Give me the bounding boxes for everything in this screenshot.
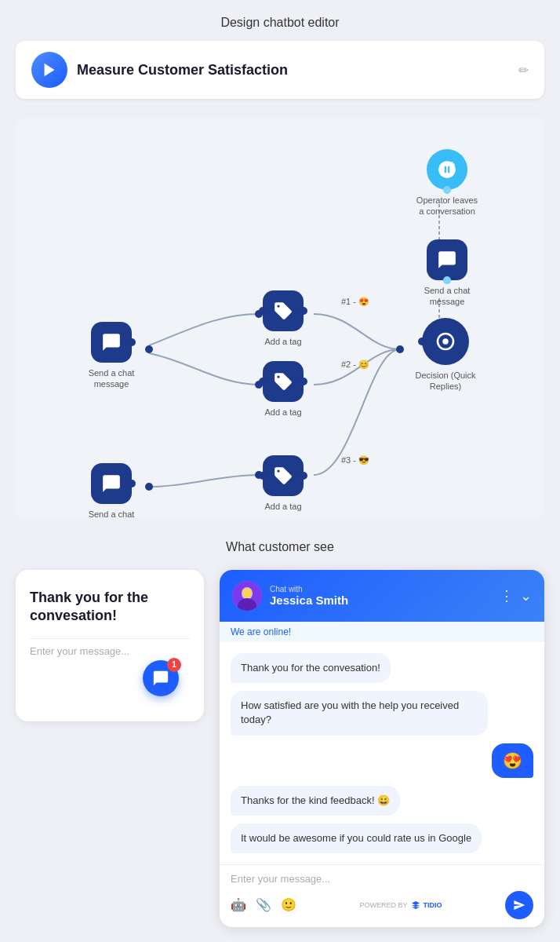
msg-1: Thank you for the convesation! — [231, 653, 391, 683]
node-add-tag-1-label: Add a tag — [264, 336, 301, 347]
flow-canvas: #1 - 😍 #2 - 😊 #3 - 😎 Operator leaves a c… — [16, 118, 544, 518]
chat-minimize-icon[interactable]: ⌄ — [520, 587, 532, 604]
svg-point-8 — [145, 483, 153, 491]
send-button[interactable] — [505, 891, 533, 919]
powered-by-text: POWERED BY — [359, 901, 407, 909]
msg-5: It would be awesome if you could rate us… — [231, 823, 482, 853]
node-decision[interactable]: Decision (Quick Replies) — [414, 318, 477, 392]
chat-avatar — [232, 581, 262, 611]
chat-more-icon[interactable]: ⋮ — [500, 587, 514, 604]
chat-left-title: Thank you for the convesation! — [30, 589, 190, 626]
attachment-icon[interactable]: 📎 — [256, 897, 271, 912]
node-add-tag-1[interactable]: Add a tag — [263, 290, 304, 347]
chat-action-icons: 🤖 📎 🙂 — [231, 897, 296, 912]
node-send-chat-1[interactable]: Send a chat message — [416, 239, 478, 308]
node-operator[interactable]: Operator leaves a conversation — [416, 149, 478, 217]
chat-header: Chat with Jessica Smith ⋮ ⌄ — [220, 570, 544, 622]
node-send-chat-3[interactable]: Send a chat message — [80, 463, 143, 518]
chat-left-input[interactable]: Enter your message... — [30, 638, 190, 663]
customer-section: Thank you for the convesation! Enter you… — [0, 570, 560, 942]
chat-right-window: Chat with Jessica Smith ⋮ ⌄ We are onlin… — [220, 570, 544, 927]
svg-point-6 — [396, 345, 404, 353]
section-title: What customer see — [0, 540, 560, 554]
emoji-keyboard-icon[interactable]: 🤖 — [231, 897, 246, 912]
notification-badge: 1 — [167, 658, 181, 672]
node-add-tag-3-label: Add a tag — [264, 501, 301, 512]
page-title: Design chatbot editor — [0, 0, 560, 41]
node-send-chat-3-label: Send a chat message — [80, 509, 143, 518]
node-send-chat-1-label: Send a chat message — [416, 285, 478, 308]
chat-messages: Thank you for the convesation! How satis… — [220, 642, 544, 864]
bot-name: Measure Customer Satisfaction — [77, 62, 509, 78]
node-add-tag-2[interactable]: Add a tag — [263, 361, 304, 418]
node-send-chat-2[interactable]: Send a chat message — [80, 322, 143, 390]
chat-input-field[interactable]: Enter your message... — [231, 873, 533, 885]
msg-3: 😍 — [492, 743, 533, 778]
svg-point-13 — [442, 338, 449, 345]
emoji-icon[interactable]: 🙂 — [281, 897, 296, 912]
chat-agent-name: Jessica Smith — [270, 593, 492, 607]
node-add-tag-2-label: Add a tag — [264, 407, 301, 418]
chat-with-label: Chat with — [270, 585, 492, 593]
svg-text:#3 - 😎: #3 - 😎 — [341, 455, 369, 466]
svg-marker-0 — [45, 64, 55, 77]
svg-point-7 — [145, 345, 153, 353]
node-operator-label: Operator leaves a conversation — [416, 195, 478, 217]
svg-text:#2 - 😊: #2 - 😊 — [341, 359, 369, 370]
node-decision-label: Decision (Quick Replies) — [414, 370, 477, 392]
top-card: Measure Customer Satisfaction ✏ — [16, 41, 544, 99]
brand-name: TIDIO — [424, 901, 442, 909]
chat-input-actions: 🤖 📎 🙂 POWERED BY TIDIO — [231, 891, 533, 919]
msg-2: How satisfied are you with the help you … — [231, 691, 488, 735]
svg-text:#1 - 😍: #1 - 😍 — [341, 296, 369, 307]
chat-header-info: Chat with Jessica Smith — [270, 585, 492, 607]
chat-online-bar: We are online! — [220, 622, 544, 642]
chat-fab-button[interactable]: 1 — [143, 660, 179, 696]
node-add-tag-3[interactable]: Add a tag — [263, 455, 304, 512]
chat-header-actions: ⋮ ⌄ — [500, 587, 532, 604]
powered-by: POWERED BY TIDIO — [359, 900, 442, 910]
bot-icon — [31, 52, 67, 88]
chat-input-area: Enter your message... 🤖 📎 🙂 POWERED BY T… — [220, 864, 544, 927]
edit-icon[interactable]: ✏ — [518, 63, 529, 78]
chat-left-preview: Thank you for the convesation! Enter you… — [16, 570, 204, 721]
msg-4: Thanks for the kind feedback! 😀 — [231, 786, 400, 816]
node-send-chat-2-label: Send a chat message — [80, 367, 143, 390]
